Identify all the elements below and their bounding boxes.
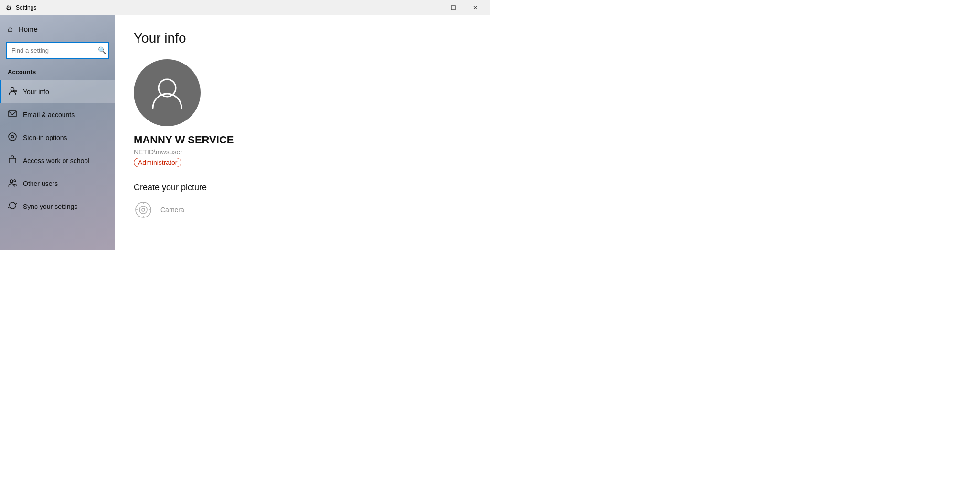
svg-point-5 xyxy=(11,136,14,138)
page-title: Your info xyxy=(134,31,471,46)
svg-rect-3 xyxy=(9,111,16,117)
sidebar-item-sync-label: Sync your settings xyxy=(23,203,77,210)
sidebar-item-sync-settings[interactable]: Sync your settings xyxy=(0,195,115,218)
sidebar-item-email-label: Email & accounts xyxy=(23,111,75,119)
app-body: ⌂ Home 🔍 Accounts Your info xyxy=(0,15,490,250)
email-icon xyxy=(8,109,17,120)
camera-icon xyxy=(134,200,153,219)
search-input[interactable] xyxy=(6,42,109,59)
titlebar-controls: — ☐ ✕ xyxy=(420,0,486,15)
svg-point-0 xyxy=(11,88,14,91)
access-work-icon xyxy=(8,155,17,166)
user-domain: NETID\mwsuser xyxy=(134,148,182,156)
maximize-button[interactable]: ☐ xyxy=(442,0,464,15)
create-picture-section: Create your picture Camera xyxy=(134,183,471,219)
sidebar-item-email-accounts[interactable]: Email & accounts xyxy=(0,103,115,126)
sidebar-item-access-work[interactable]: Access work or school xyxy=(0,149,115,172)
avatar xyxy=(134,59,201,126)
sidebar-item-signin-label: Sign-in options xyxy=(23,134,67,141)
titlebar-left: ⚙ Settings xyxy=(6,4,36,11)
sidebar-item-other-users-label: Other users xyxy=(23,180,58,187)
sidebar-item-your-info-label: Your info xyxy=(23,88,49,96)
your-info-icon xyxy=(8,86,17,98)
svg-point-4 xyxy=(9,133,16,141)
create-picture-title: Create your picture xyxy=(134,183,471,193)
user-role: Administrator xyxy=(134,158,181,167)
main-content: Your info MANNY W SERVICE NETID\mwsuser … xyxy=(115,15,490,250)
titlebar: ⚙ Settings — ☐ ✕ xyxy=(0,0,490,15)
svg-point-8 xyxy=(14,180,16,182)
svg-rect-6 xyxy=(9,158,16,163)
titlebar-title: Settings xyxy=(16,4,36,11)
svg-point-7 xyxy=(10,180,13,183)
svg-point-12 xyxy=(139,206,147,214)
sidebar-item-access-work-label: Access work or school xyxy=(23,157,89,164)
svg-point-11 xyxy=(136,202,151,217)
camera-label: Camera xyxy=(160,206,184,214)
search-icon-button[interactable]: 🔍 xyxy=(98,46,106,54)
sidebar-home-label: Home xyxy=(19,25,38,33)
home-icon: ⌂ xyxy=(8,24,13,34)
other-users-icon xyxy=(8,178,17,189)
user-name: MANNY W SERVICE xyxy=(134,134,234,146)
sync-icon xyxy=(8,201,17,212)
profile-section: MANNY W SERVICE NETID\mwsuser Administra… xyxy=(134,59,471,167)
sidebar-item-other-users[interactable]: Other users xyxy=(0,172,115,195)
close-button[interactable]: ✕ xyxy=(464,0,486,15)
signin-icon xyxy=(8,132,17,143)
sidebar: ⌂ Home 🔍 Accounts Your info xyxy=(0,15,115,250)
camera-item[interactable]: Camera xyxy=(134,200,471,219)
svg-point-13 xyxy=(142,208,145,211)
accounts-section-title: Accounts xyxy=(0,66,115,80)
sidebar-item-sign-in[interactable]: Sign-in options xyxy=(0,126,115,149)
search-container: 🔍 xyxy=(6,42,109,59)
minimize-button[interactable]: — xyxy=(420,0,442,15)
sidebar-item-your-info[interactable]: Your info xyxy=(0,80,115,103)
sidebar-item-home[interactable]: ⌂ Home xyxy=(0,15,115,42)
settings-icon: ⚙ xyxy=(6,4,12,11)
